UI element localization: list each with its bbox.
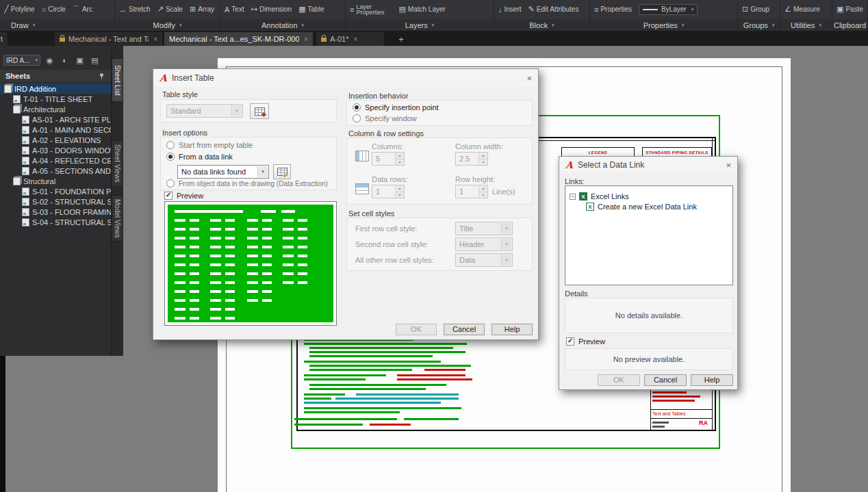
- tree-item[interactable]: A-03 - DOORS WINDOWS: [0, 145, 111, 155]
- spin-up-icon[interactable]: ▲: [479, 153, 487, 159]
- side-tab-sheet-views[interactable]: Sheet Views: [112, 140, 123, 187]
- tree-item[interactable]: S-02 - STRUCTURAL SECTIONS: [0, 196, 111, 207]
- ribbon-panel-label-block[interactable]: Block▾: [494, 20, 589, 30]
- tree-item[interactable]: S-04 - STRUCTURAL SECTIONS: [0, 217, 111, 227]
- close-tab-icon[interactable]: ×: [354, 36, 358, 43]
- columns-stepper[interactable]: 5 ▲▼: [372, 152, 405, 166]
- ribbon-tool-layer-properties[interactable]: ≡Layer Properties: [350, 4, 392, 15]
- ssm-eye-icon[interactable]: ◐: [59, 55, 71, 66]
- help-button[interactable]: Help: [691, 374, 733, 386]
- ribbon-panel-label-modify[interactable]: Modify▾: [115, 20, 220, 30]
- data-link-select[interactable]: No data links found▾: [177, 165, 269, 179]
- dialog-titlebar[interactable]: A Select a Data Link ×: [559, 157, 737, 173]
- file-tab[interactable]: Mechanical - Text a...es_SK-M-DR-0001-RA…: [164, 32, 314, 46]
- ssm-publish-icon[interactable]: ▣: [74, 55, 86, 66]
- tree-item[interactable]: S-03 - FLOOR FRAMING PLAN: [0, 207, 111, 217]
- ribbon-tool-group[interactable]: ⊡Group: [742, 5, 769, 14]
- ribbon-tool-table[interactable]: ▦Table: [298, 5, 324, 14]
- radio-from-data-link[interactable]: From a data link: [166, 153, 233, 161]
- dialog-titlebar[interactable]: A Insert Table ×: [153, 69, 538, 87]
- spin-up-icon[interactable]: ▲: [396, 185, 404, 192]
- close-tab-icon[interactable]: ×: [304, 36, 308, 43]
- launch-table-style-dialog-button[interactable]: [250, 103, 269, 119]
- spin-up-icon[interactable]: ▲: [396, 153, 404, 159]
- tree-item[interactable]: A-04 - REFLECTED CEILING: [0, 155, 111, 166]
- ribbon-panel-label-properties[interactable]: Properties▾: [590, 20, 737, 30]
- tree-item[interactable]: Architectural: [0, 104, 111, 114]
- other-rows-style-select[interactable]: Data▾: [455, 253, 513, 267]
- ribbon-tool-polyline[interactable]: ╱Polyline: [4, 5, 35, 14]
- close-tab-icon[interactable]: ×: [153, 36, 157, 43]
- side-tab-sheet-list[interactable]: Sheet List: [112, 58, 123, 102]
- ribbon-tool-dimension[interactable]: ↦Dimension: [251, 5, 292, 14]
- ribbon-tool-measure[interactable]: ∠Measure: [784, 5, 820, 14]
- tree-item[interactable]: Structural: [0, 176, 111, 186]
- tree-item[interactable]: A-01 - MAIN AND SECOND: [0, 125, 111, 135]
- ssm-refresh-icon[interactable]: ◉: [44, 55, 55, 66]
- spin-down-icon[interactable]: ▼: [479, 192, 487, 198]
- spin-down-icon[interactable]: ▼: [479, 159, 487, 166]
- radio-from-object-data[interactable]: From object data in the drawing (Data Ex…: [166, 179, 328, 187]
- row-height-stepper[interactable]: 1 ▲▼: [455, 185, 488, 198]
- ok-button[interactable]: OK: [598, 374, 640, 386]
- preview-cell-bar: [225, 228, 235, 231]
- ssm-options-icon[interactable]: ▤: [89, 55, 101, 66]
- create-excel-link-node[interactable]: X Create a new Excel Data Link: [570, 202, 730, 211]
- help-button[interactable]: Help: [492, 324, 533, 335]
- tree-item[interactable]: T-01 - TITLE SHEET: [0, 94, 111, 104]
- tree-item[interactable]: A-05 - SECTIONS AND DETAILS: [0, 166, 111, 176]
- ribbon-panel-label-layers[interactable]: Layers▾: [346, 20, 494, 30]
- ribbon-tool-text[interactable]: AText: [225, 5, 244, 14]
- ok-button[interactable]: OK: [396, 324, 437, 335]
- ribbon-tool-arc[interactable]: ⌒Arc: [73, 4, 92, 14]
- cancel-button[interactable]: Cancel: [644, 374, 687, 386]
- first-row-style-select[interactable]: Title▾: [455, 222, 513, 235]
- ribbon-tool-insert[interactable]: ↓Insert: [498, 5, 522, 14]
- ribbon-panel-label-groups[interactable]: Groups▾: [738, 20, 780, 30]
- tree-item[interactable]: A-02 - ELEVATIONS: [0, 135, 111, 145]
- file-tab[interactable]: Mechanical - Text and Tables*×: [55, 32, 163, 46]
- radio-insertion-point[interactable]: Specify insertion point: [353, 103, 439, 112]
- ribbon-panel-label-annotation[interactable]: Annotation▾: [220, 20, 345, 30]
- spin-down-icon[interactable]: ▼: [396, 192, 404, 198]
- tree-item[interactable]: IRD Addition: [0, 83, 111, 94]
- file-tab[interactable]: Start: [0, 32, 8, 46]
- spin-up-icon[interactable]: ▲: [479, 185, 487, 192]
- ribbon-tool-properties[interactable]: ≡Properties: [594, 5, 632, 14]
- ribbon-tool-bylayer[interactable]: ByLayer▾: [639, 4, 698, 15]
- tree-item[interactable]: S-01 - FOUNDATION PLAN: [0, 186, 111, 196]
- second-row-style-select[interactable]: Header▾: [455, 237, 513, 251]
- sheet-set-selector[interactable]: IRD A... ▾: [3, 55, 40, 66]
- column-width-stepper[interactable]: 2.5 ▲▼: [455, 152, 488, 166]
- radio-start-empty[interactable]: Start from empty table: [166, 141, 253, 149]
- ribbon-panel-label-draw[interactable]: Draw▾: [0, 20, 114, 30]
- file-tab[interactable]: A-01*×: [316, 32, 385, 46]
- second-row-style-label: Second row cell style:: [355, 240, 428, 248]
- launch-data-link-manager-button[interactable]: [273, 164, 291, 179]
- table-style-select[interactable]: Standard▾: [166, 104, 243, 118]
- pin-icon[interactable]: [99, 73, 105, 79]
- close-icon[interactable]: ×: [726, 160, 731, 170]
- excel-links-node[interactable]: − X Excel Links: [570, 192, 730, 201]
- ribbon-tool-paste[interactable]: ▣Paste: [837, 5, 863, 14]
- spin-down-icon[interactable]: ▼: [396, 159, 404, 166]
- ribbon-tool-edit-attributes[interactable]: ✎Edit Attributes: [528, 5, 579, 14]
- radio-specify-window[interactable]: Specify window: [353, 114, 417, 122]
- preview-cell-bar: [175, 263, 186, 266]
- side-tab-model-views[interactable]: Model Views: [112, 195, 123, 242]
- preview-checkbox[interactable]: Preview: [164, 192, 203, 200]
- ribbon-panel-label-utilities[interactable]: Utilities▾: [780, 20, 832, 30]
- ribbon-panel-label-clipboard[interactable]: Clipboard: [832, 20, 867, 30]
- ribbon-tool-scale[interactable]: ↗Scale: [157, 5, 183, 14]
- close-icon[interactable]: ×: [526, 73, 532, 83]
- data-rows-stepper[interactable]: 1 ▲▼: [372, 185, 405, 198]
- ribbon-tool-circle[interactable]: ○Circle: [42, 5, 66, 14]
- new-tab-button[interactable]: +: [394, 32, 408, 46]
- ribbon-tool-stretch[interactable]: ↔Stretch: [119, 5, 151, 14]
- tree-item[interactable]: AS-01 - ARCH SITE PLAN: [0, 114, 111, 125]
- cancel-button[interactable]: Cancel: [444, 324, 485, 335]
- ribbon-tool-array[interactable]: ⊞Array: [190, 5, 214, 14]
- preview-checkbox[interactable]: Preview: [566, 337, 605, 346]
- ribbon-tool-match-layer[interactable]: ▤Match Layer: [398, 5, 445, 14]
- collapse-icon[interactable]: −: [570, 194, 576, 200]
